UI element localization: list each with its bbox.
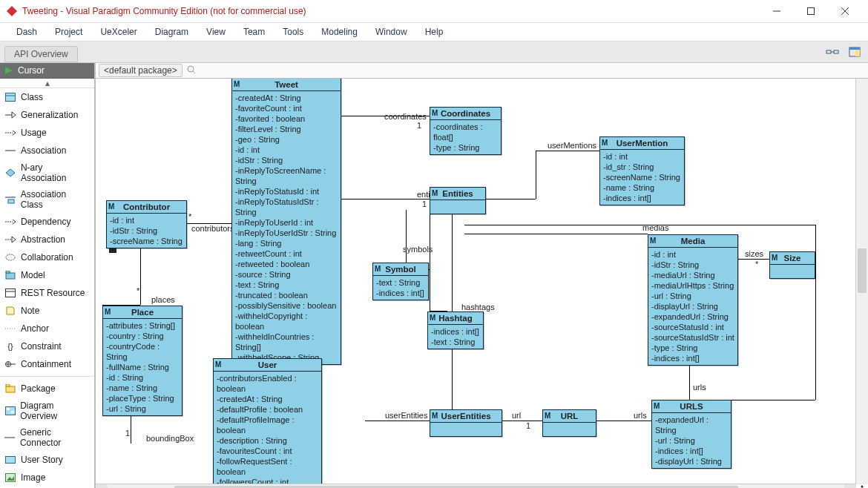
scroll-right-icon[interactable]: ▸ [844, 484, 856, 488]
palette-label: Containment [21, 359, 71, 369]
menu-modeling[interactable]: Modeling [312, 24, 366, 40]
palette-image[interactable]: Image [0, 469, 94, 487]
svg-rect-27 [6, 289, 16, 297]
class-place[interactable]: MPlace attributes : String[]country : St… [102, 306, 183, 416]
note-icon [4, 305, 16, 317]
class-attrs: text : Stringindices : int[] [373, 276, 428, 300]
breadcrumb-package[interactable]: <default package> [99, 64, 183, 77]
scroll-left-icon[interactable]: ◂ [96, 484, 108, 488]
palette-association-class[interactable]: Association Class [0, 186, 94, 213]
rel-userentities: userEntities [385, 411, 427, 420]
palette-rest-resource[interactable]: REST Resource [0, 284, 94, 302]
generalization-icon [4, 109, 16, 121]
rel-url: url [512, 411, 521, 420]
palette-constraint[interactable]: {}Constraint [0, 337, 94, 355]
diagram-canvas[interactable]: coordinates 1 userMentions entities 1 * … [96, 78, 856, 484]
image-icon [4, 472, 16, 484]
palette-association[interactable]: Association [0, 142, 94, 159]
palette-containment[interactable]: Containment [0, 355, 94, 373]
class-contributor[interactable]: MContributor id : intidStr : Stringscree… [106, 200, 187, 248]
palette-anchor[interactable]: Anchor [0, 320, 94, 337]
menu-team[interactable]: Team [234, 24, 274, 40]
window-title: Tweeting - Visual Paradigm Community Edi… [22, 6, 760, 16]
rel-medias: medias [642, 223, 668, 232]
palette-label: N-ary Association [21, 162, 90, 183]
palette-model[interactable]: Model [0, 266, 94, 284]
class-tweet[interactable]: MTweet createdAt : StringfavoriteCount :… [231, 78, 341, 365]
palette-usage[interactable]: Usage [0, 124, 94, 142]
palette-package[interactable]: Package [0, 380, 94, 398]
layout-icon[interactable] [823, 44, 841, 60]
menu-uexceler[interactable]: UeXceler [91, 24, 145, 40]
model-icon [4, 269, 16, 281]
palette-dependency[interactable]: Dependency [0, 213, 94, 231]
palette-user-story[interactable]: User Story [0, 451, 94, 469]
class-attrs: attributes : String[]country : Stringcou… [103, 319, 182, 415]
class-coordinates[interactable]: MCoordinates coordinates : float[]type :… [430, 107, 502, 155]
menu-tools[interactable]: Tools [274, 24, 312, 40]
palette-generic-connector[interactable]: Generic Connector [0, 424, 94, 451]
palette-nary-association[interactable]: N-ary Association [0, 159, 94, 186]
class-usermention[interactable]: MUserMention id : intid_str : Stringscre… [599, 136, 685, 205]
svg-rect-40 [6, 457, 16, 464]
canvas-area: <default package> coordinates 1 userMent… [95, 63, 868, 488]
user-story-icon [4, 454, 16, 466]
class-userentities[interactable]: MUserEntities [430, 409, 502, 437]
menu-help[interactable]: Help [416, 24, 453, 40]
class-media[interactable]: MMedia id : intidStr : StringmediaUrl : … [648, 234, 738, 366]
palette-label: Model [21, 270, 45, 280]
palette-label: Dependency [21, 217, 70, 227]
maximize-button[interactable] [794, 0, 828, 22]
rel-coordinates: coordinates [384, 112, 427, 121]
minimize-button[interactable] [760, 0, 794, 22]
svg-rect-34 [6, 386, 15, 392]
class-hashtag[interactable]: MHashtag indices : int[]text : String [427, 311, 484, 349]
palette-collaboration[interactable]: Collaboration [0, 248, 94, 266]
horizontal-scrollbar[interactable]: ◂ ▸ [96, 484, 856, 488]
class-urls[interactable]: MURLS expandedUrl : Stringurl : Stringin… [651, 400, 731, 469]
palette-note[interactable]: Note [0, 302, 94, 320]
palette-generalization[interactable]: Generalization [0, 106, 94, 124]
palette-label: Generalization [21, 110, 78, 120]
usage-icon [4, 127, 16, 139]
menu-dash[interactable]: Dash [7, 24, 46, 40]
palette-diagram-overview[interactable]: Diagram Overview [0, 398, 94, 424]
mult-one: 1 [125, 429, 130, 438]
class-size[interactable]: MSize [769, 251, 815, 279]
rel-usermentions: userMentions [548, 141, 596, 150]
menu-diagram[interactable]: Diagram [146, 24, 197, 40]
menu-view[interactable]: View [197, 24, 234, 40]
palette-class[interactable]: Class [0, 88, 94, 106]
menu-window[interactable]: Window [366, 24, 416, 40]
svg-marker-0 [7, 6, 17, 16]
rel-boundingbox: boundingBox [146, 434, 194, 443]
class-user[interactable]: MUser contributorsEnabled : booleancreat… [213, 358, 322, 484]
class-title: URL [561, 412, 579, 421]
palette-abstraction[interactable]: Abstraction [0, 231, 94, 248]
vertical-scrollbar[interactable] [855, 78, 868, 484]
zoom-icon[interactable] [187, 65, 196, 76]
pan-icon[interactable] [856, 484, 868, 488]
svg-point-43 [188, 66, 194, 72]
palette-label: Anchor [21, 323, 49, 334]
package-icon [4, 383, 16, 395]
class-entities[interactable]: MEntities [430, 187, 486, 214]
svg-rect-10 [855, 50, 860, 56]
class-attrs: indices : int[]text : String [428, 325, 483, 349]
panel-icon[interactable] [846, 44, 864, 60]
abstraction-icon [4, 234, 16, 245]
palette-collapse-top[interactable]: ▴ [0, 79, 94, 88]
svg-rect-25 [6, 273, 15, 279]
class-icon [4, 91, 16, 103]
palette-label: Package [21, 383, 56, 394]
close-button[interactable] [828, 0, 862, 22]
palette-label: Usage [21, 128, 47, 138]
menu-project[interactable]: Project [46, 24, 91, 40]
class-symbol[interactable]: MSymbol text : Stringindices : int[] [372, 263, 429, 300]
class-title: Symbol [385, 265, 416, 274]
class-attrs: id : intid_str : StringscreenName : Stri… [600, 150, 684, 205]
class-url[interactable]: MURL [542, 409, 596, 437]
tab-api-overview[interactable]: API Overview [4, 46, 78, 62]
palette-cursor[interactable]: Cursor [0, 63, 94, 79]
connector-icon [4, 432, 16, 444]
